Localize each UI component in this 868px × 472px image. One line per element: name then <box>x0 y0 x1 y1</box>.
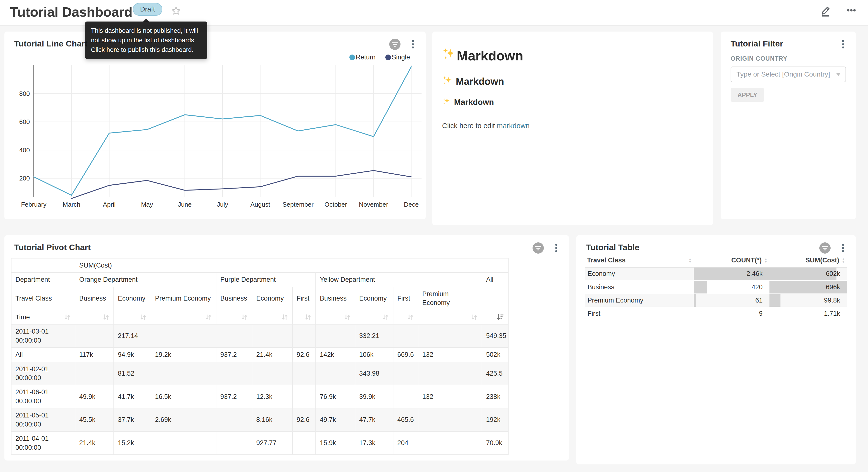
sort-icon[interactable] <box>304 314 311 321</box>
filter-badge-icon[interactable] <box>531 241 545 255</box>
sum-cell: 602k <box>770 267 847 281</box>
svg-text:February: February <box>21 201 46 208</box>
pivot-cell: 41.7k <box>114 385 151 408</box>
svg-text:July: July <box>217 201 228 208</box>
pivot-card-icons <box>531 241 563 255</box>
pivot-cell: 19.2k <box>151 348 216 362</box>
edit-markdown-link[interactable]: markdown <box>497 122 530 129</box>
sparkles-icon <box>442 97 451 107</box>
table-header-row: Travel Class▲▼ COUNT(*)▲▼ SUM(Cost)▲▼ <box>585 254 847 267</box>
filter-card-icons <box>836 37 850 51</box>
pivot-cell: 92.6 <box>292 408 316 432</box>
pivot-cell: 132 <box>418 385 482 408</box>
pivot-cell: 465.6 <box>393 408 418 432</box>
sort-icon[interactable] <box>281 314 288 321</box>
pivot-class-header: Premium Economy <box>151 287 216 310</box>
publish-tooltip: This dashboard is not published, it will… <box>85 22 207 59</box>
kebab-menu-icon[interactable] <box>549 241 563 255</box>
pivot-cell <box>252 362 292 385</box>
column-header-travel-class[interactable]: Travel Class▲▼ <box>585 254 694 267</box>
pivot-row-label: 2011-03-01 00:00:00 <box>11 324 75 348</box>
markdown-paragraph: Click here to edit markdown <box>442 122 703 130</box>
travel-class-cell: First <box>585 307 694 320</box>
sort-icon[interactable] <box>102 314 110 321</box>
pivot-cell: 70.9k <box>482 432 508 454</box>
pivot-cell <box>216 362 252 385</box>
kebab-menu-icon[interactable] <box>836 37 850 51</box>
column-header-sum-cost[interactable]: SUM(Cost)▲▼ <box>770 254 847 267</box>
pivot-sort-cell <box>75 310 114 324</box>
pivot-metric-label: SUM(Cost) <box>75 258 508 272</box>
pivot-data-row: 2011-04-01 00:00:0021.4k15.2k927.7715.9k… <box>11 432 508 454</box>
pivot-department-row: DepartmentOrange DepartmentPurple Depart… <box>11 272 508 287</box>
origin-country-label: ORIGIN COUNTRY <box>731 55 787 62</box>
column-header-count[interactable]: COUNT(*)▲▼ <box>694 254 770 267</box>
pivot-cell <box>216 432 252 454</box>
pivot-time-row-label: Time <box>11 310 75 324</box>
sort-icon[interactable] <box>241 314 248 321</box>
pivot-class-header: Business <box>75 287 114 310</box>
column-sorter-icon[interactable]: ▲▼ <box>842 258 845 263</box>
svg-text:November: November <box>359 201 388 208</box>
markdown-h2-text: Markdown <box>456 76 504 87</box>
markdown-paragraph-text: Click here to edit <box>442 122 497 129</box>
legend-item-single[interactable]: Single <box>385 54 410 61</box>
pivot-row-label: 2011-06-01 00:00:00 <box>11 385 75 408</box>
sort-icon[interactable] <box>205 314 212 321</box>
pivot-cell: 12.3k <box>252 385 292 408</box>
pivot-class-header: Business <box>316 287 355 310</box>
markdown-h1: Markdown <box>442 47 703 64</box>
pivot-class-row: Travel ClassBusinessEconomyPremium Econo… <box>11 287 508 310</box>
favorite-star-icon[interactable] <box>169 4 183 18</box>
pivot-cell <box>151 432 216 454</box>
sort-icon[interactable] <box>382 314 389 321</box>
apply-filter-button[interactable]: APPLY <box>731 88 764 102</box>
pivot-cell: 425.5 <box>482 362 508 385</box>
sort-descending-icon[interactable] <box>496 314 504 321</box>
draft-status-badge[interactable]: Draft <box>133 3 162 16</box>
pivot-time-row: Time <box>11 310 508 324</box>
pivot-cell: 2.69k <box>151 408 216 432</box>
pivot-sort-cell <box>418 310 482 324</box>
origin-country-select[interactable]: Type or Select [Origin Country] <box>731 66 846 82</box>
sort-icon[interactable] <box>140 314 147 321</box>
sort-icon[interactable] <box>407 314 414 321</box>
tooltip-arrow <box>143 19 150 22</box>
kebab-menu-icon[interactable] <box>836 241 850 255</box>
pivot-cell: 37.7k <box>114 408 151 432</box>
pivot-cell: 76.9k <box>316 385 355 408</box>
sum-cell: 696k <box>770 281 847 294</box>
sort-icon[interactable] <box>64 314 71 321</box>
line-chart-card: Tutorial Line Chart Return Single 20 <box>4 32 426 219</box>
pivot-cell: 937.2 <box>216 385 252 408</box>
pivot-metric-row: SUM(Cost) <box>11 258 508 272</box>
svg-text:May: May <box>141 201 153 208</box>
filter-badge-icon[interactable] <box>818 241 832 255</box>
sort-icon[interactable] <box>344 314 351 321</box>
legend-item-return[interactable]: Return <box>349 54 376 61</box>
markdown-body: Markdown Markdown Markdown Click here to… <box>442 47 703 130</box>
svg-text:June: June <box>178 201 191 208</box>
table-row: Business 420 696k <box>585 281 847 294</box>
pivot-cell <box>418 362 482 385</box>
column-sorter-icon[interactable]: ▲▼ <box>764 258 768 263</box>
pivot-data-row: 2011-05-01 00:00:0045.5k37.7k2.69k8.16k9… <box>11 408 508 432</box>
edit-dashboard-icon[interactable] <box>819 3 833 17</box>
pivot-cell <box>216 408 252 432</box>
column-sorter-icon[interactable]: ▲▼ <box>688 258 692 263</box>
table-row: First 9 1.71k <box>585 307 847 320</box>
pivot-data-row: 2011-02-01 00:00:0081.52343.98425.5 <box>11 362 508 385</box>
pivot-chart-card: Tutorial Pivot Chart SUM(Cost) Departmen… <box>4 235 569 461</box>
pivot-cell: 549.35 <box>482 324 508 348</box>
more-options-icon[interactable] <box>844 3 858 17</box>
svg-text:200: 200 <box>19 175 30 182</box>
pivot-class-header: First <box>393 287 418 310</box>
svg-text:600: 600 <box>19 118 30 125</box>
pivot-data-row: All117k94.9k19.2k937.221.4k92.6142k106k6… <box>11 348 508 362</box>
sort-icon[interactable] <box>470 314 478 321</box>
pivot-data-row: 2011-06-01 00:00:0049.9k41.7k16.5k937.21… <box>11 385 508 408</box>
pivot-class-row-label: Travel Class <box>11 287 75 310</box>
pivot-cell <box>393 324 418 348</box>
pivot-chart-title: Tutorial Pivot Chart <box>14 243 91 252</box>
markdown-card: Markdown Markdown Markdown Click here to… <box>432 32 713 225</box>
